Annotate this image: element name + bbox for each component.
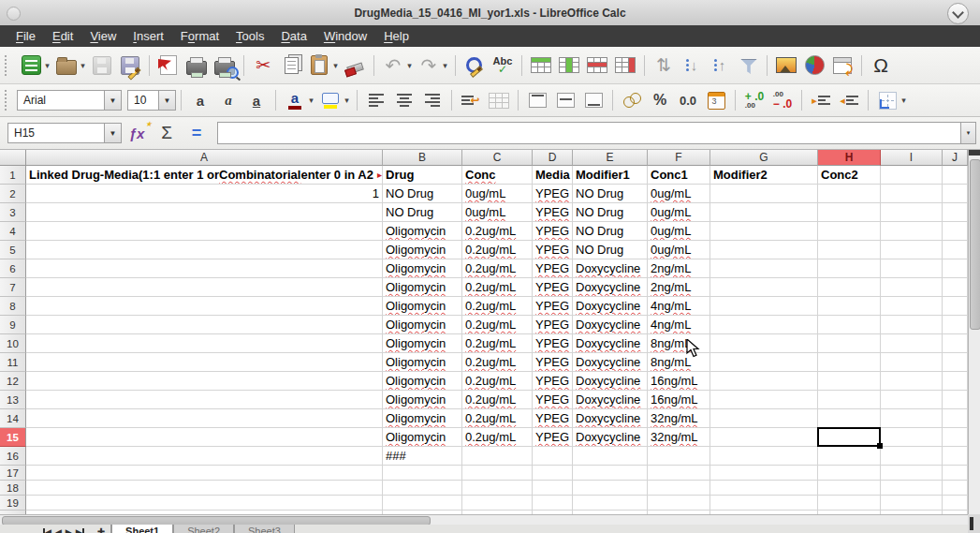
cell-C16[interactable] bbox=[462, 447, 533, 466]
underline-button[interactable]: a bbox=[242, 87, 271, 113]
window-restore-button[interactable] bbox=[947, 3, 969, 24]
cell-C4[interactable]: 0.2ug/mL bbox=[462, 222, 533, 241]
cell-J9[interactable] bbox=[943, 316, 968, 334]
cell-E11[interactable]: Doxycycline bbox=[573, 353, 648, 372]
col-header-H[interactable]: H bbox=[818, 150, 881, 166]
cell-H8[interactable] bbox=[818, 297, 881, 316]
col-header-F[interactable]: F bbox=[648, 150, 710, 166]
cell-I15[interactable] bbox=[881, 428, 943, 447]
cell-F5[interactable]: 0ug/mL bbox=[648, 241, 710, 259]
cell-B14[interactable]: Oligomycin bbox=[383, 409, 462, 428]
menu-view[interactable]: View bbox=[81, 27, 124, 45]
combo-arrow-icon[interactable]: ▼ bbox=[104, 91, 121, 110]
cell-G6[interactable] bbox=[710, 259, 818, 278]
cell-F6[interactable]: 2ng/mL bbox=[648, 259, 710, 278]
menu-format[interactable]: Format bbox=[172, 27, 227, 45]
cell-J11[interactable] bbox=[943, 353, 968, 372]
cell-A16[interactable] bbox=[26, 447, 383, 466]
cell-H13[interactable] bbox=[818, 391, 881, 409]
pivot-table-button[interactable] bbox=[828, 52, 856, 79]
cell-D11[interactable]: YPEG bbox=[533, 353, 573, 372]
formula-button[interactable]: = bbox=[185, 121, 208, 145]
cell-J16[interactable] bbox=[943, 447, 968, 466]
align-center-button[interactable] bbox=[390, 87, 418, 113]
cell-B9[interactable]: Oligomycin bbox=[383, 316, 462, 334]
cell-C15[interactable]: 0.2ug/mL bbox=[462, 428, 533, 447]
fill-handle[interactable] bbox=[877, 443, 883, 449]
cell-F3[interactable]: 0ug/mL bbox=[648, 203, 710, 222]
cell-I18[interactable] bbox=[881, 481, 943, 496]
cell-C19[interactable] bbox=[462, 496, 533, 511]
cell-C1[interactable]: Conc bbox=[462, 166, 533, 185]
cell-J1[interactable] bbox=[943, 166, 968, 185]
cell-B19[interactable] bbox=[383, 496, 462, 511]
merge-cells-button[interactable] bbox=[485, 87, 513, 113]
align-right-button[interactable] bbox=[418, 87, 446, 113]
cell-B2[interactable]: NO Drug bbox=[383, 185, 462, 203]
sort-button[interactable]: ⇅ bbox=[650, 52, 678, 79]
cell-A8[interactable] bbox=[26, 297, 383, 316]
cell-I19[interactable] bbox=[881, 496, 943, 511]
cell-A11[interactable] bbox=[26, 353, 383, 372]
cell-G2[interactable] bbox=[710, 185, 818, 203]
next-sheet-button[interactable]: ▶ bbox=[66, 526, 72, 533]
print-button[interactable] bbox=[183, 52, 211, 79]
insert-chart-button[interactable] bbox=[800, 52, 828, 79]
cell-G12[interactable] bbox=[710, 372, 818, 391]
font-name-combo[interactable]: Arial ▼ bbox=[17, 90, 122, 111]
cell-B7[interactable]: Oligomycin bbox=[383, 278, 462, 297]
cell-H14[interactable] bbox=[818, 409, 881, 428]
cell-D1[interactable]: Media bbox=[533, 166, 573, 185]
cell-G4[interactable] bbox=[710, 222, 818, 241]
cell-A5[interactable] bbox=[26, 241, 383, 259]
cell-J4[interactable] bbox=[943, 222, 968, 241]
cell-C17[interactable] bbox=[462, 466, 533, 481]
split-handle[interactable] bbox=[970, 517, 973, 530]
cell-E19[interactable] bbox=[573, 496, 648, 511]
row-header-15[interactable]: 15 bbox=[0, 428, 26, 447]
cell-F13[interactable]: 16ng/mL bbox=[648, 391, 710, 409]
cell-J15[interactable] bbox=[943, 428, 968, 447]
col-header-E[interactable]: E bbox=[573, 150, 648, 166]
cell-F2[interactable]: 0ug/mL bbox=[648, 185, 710, 203]
row-header-16[interactable]: 16 bbox=[0, 447, 26, 466]
menu-help[interactable]: Help bbox=[375, 27, 417, 45]
cell-H12[interactable] bbox=[818, 372, 881, 391]
cell-D5[interactable]: YPEG bbox=[533, 241, 573, 259]
cell-B17[interactable] bbox=[383, 466, 462, 481]
menu-tools[interactable]: Tools bbox=[227, 27, 272, 45]
add-sheet-button[interactable]: ✚ bbox=[97, 526, 105, 533]
combo-arrow-icon[interactable]: ▼ bbox=[104, 124, 121, 142]
cell-B13[interactable]: Oligomycin bbox=[383, 391, 462, 409]
row-header-8[interactable]: 8 bbox=[0, 297, 26, 316]
cell-D10[interactable]: YPEG bbox=[533, 334, 573, 353]
cell-H10[interactable] bbox=[818, 334, 881, 353]
cell-D6[interactable]: YPEG bbox=[533, 259, 573, 278]
cell-H7[interactable] bbox=[818, 278, 881, 297]
cell-C8[interactable]: 0.2ug/mL bbox=[462, 297, 533, 316]
cell-G19[interactable] bbox=[710, 496, 818, 511]
paste-button[interactable] bbox=[305, 52, 333, 79]
cell-C10[interactable]: 0.2ug/mL bbox=[462, 334, 533, 353]
borders-button[interactable] bbox=[873, 87, 901, 113]
font-color-button[interactable]: a bbox=[281, 87, 309, 113]
cell-A1[interactable]: Linked Drug-Media (1:1 enter 1 or Combin… bbox=[26, 166, 383, 185]
cell-B11[interactable]: Oligomycin bbox=[383, 353, 462, 372]
wrap-text-button[interactable]: ↩ bbox=[457, 87, 485, 113]
row-header-2[interactable]: 2 bbox=[0, 185, 26, 203]
cell-E3[interactable]: NO Drug bbox=[573, 203, 648, 222]
row-header-12[interactable]: 12 bbox=[0, 372, 26, 391]
cell-C13[interactable]: 0.2ug/mL bbox=[462, 391, 533, 409]
cell-I8[interactable] bbox=[881, 297, 943, 316]
sort-descending-button[interactable]: ↑ bbox=[706, 52, 734, 79]
export-pdf-button[interactable] bbox=[154, 52, 183, 79]
cell-G10[interactable] bbox=[710, 334, 818, 353]
cell-F7[interactable]: 2ng/mL bbox=[648, 278, 710, 297]
cell-E6[interactable]: Doxycycline bbox=[573, 259, 648, 278]
cell-G15[interactable] bbox=[710, 428, 818, 447]
bold-button[interactable]: a bbox=[186, 87, 214, 113]
cell-G7[interactable] bbox=[710, 278, 818, 297]
font-size-combo[interactable]: 10 ▼ bbox=[127, 90, 176, 111]
cell-H16[interactable] bbox=[818, 447, 881, 466]
cell-B12[interactable]: Oligomycin bbox=[383, 372, 462, 391]
